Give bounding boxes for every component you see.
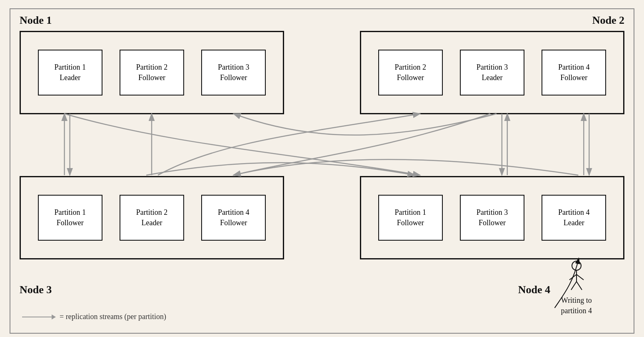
legend-text: = replication streams (per partition) [60,312,166,321]
partition-1-follower-node4: Partition 1Follower [378,195,443,241]
svg-line-4 [569,274,577,280]
node1-box: Partition 1Leader Partition 2Follower Pa… [20,31,284,114]
legend-arrow-icon [22,317,55,317]
svg-line-5 [577,274,584,280]
stick-figure-icon [566,260,587,293]
node4-box: Partition 1Follower Partition 3Follower … [360,176,624,259]
partition-1-follower-node3: Partition 1Follower [38,195,102,241]
diagram-container: Node 1 Node 2 Node 3 Node 4 Partition 1L… [10,8,634,334]
partition-1-leader: Partition 1Leader [38,50,102,96]
partition-2-follower-node1: Partition 2Follower [120,50,184,96]
node1-label: Node 1 [20,14,52,27]
node2-box: Partition 2Follower Partition 3Leader Pa… [360,31,624,114]
partition-3-follower-node4: Partition 3Follower [460,195,524,241]
partition-3-leader: Partition 3Leader [460,50,524,96]
node3-label: Node 3 [20,284,52,296]
node4-label: Node 4 [518,284,550,296]
node3-box: Partition 1Follower Partition 2Leader Pa… [20,176,284,259]
writer-label: Writing to partition 4 [561,295,592,316]
partition-4-leader: Partition 4Leader [542,195,606,241]
partition-4-follower-node2: Partition 4Follower [542,50,606,96]
partition-3-follower-node1: Partition 3Follower [201,50,266,96]
partition-2-leader: Partition 2Leader [120,195,184,241]
svg-line-7 [577,282,582,290]
partition-2-follower-node2: Partition 2Follower [378,50,443,96]
node2-label: Node 2 [592,14,624,27]
svg-point-2 [572,261,581,270]
legend: = replication streams (per partition) [22,312,166,321]
partition-4-follower-node3: Partition 4Follower [201,195,266,241]
writer-figure: Writing to partition 4 [561,260,592,316]
svg-line-6 [571,282,577,290]
